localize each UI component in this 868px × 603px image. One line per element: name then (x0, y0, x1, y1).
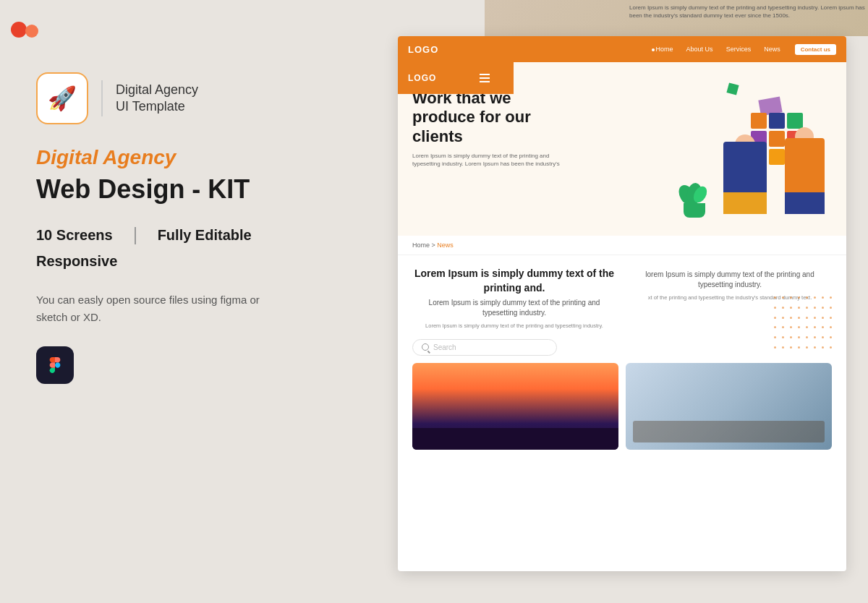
dot-item (790, 296, 792, 299)
nav-home[interactable]: Home (652, 46, 673, 53)
logo-section: 🚀 Digital Agency UI Template (36, 72, 304, 124)
plant-pot (684, 203, 705, 218)
dot-item (782, 346, 784, 348)
dot-item (782, 296, 784, 299)
nav-links: Home About Us Services News (652, 46, 780, 53)
brand-title: Digital Agency (36, 146, 304, 169)
nav-about[interactable]: About Us (686, 46, 713, 53)
box-8 (769, 149, 785, 165)
figma-logo-svg (45, 355, 65, 375)
dot-item (814, 307, 816, 309)
circle-red (11, 22, 27, 38)
news-grid: Lorem Ipsum is simply dummy text of the … (412, 267, 832, 330)
news-title-1: Lorem Ipsum is simply dummy text of the … (412, 267, 616, 295)
dot-item (790, 317, 792, 319)
description-text: You can easly open source files using fi… (36, 291, 268, 326)
dot-item (806, 317, 808, 319)
dot-item (790, 336, 792, 338)
search-icon (422, 343, 429, 351)
dot-item (814, 296, 816, 299)
images-grid (412, 363, 832, 450)
news-item-1: Lorem Ipsum is simply dummy text of the … (412, 267, 616, 330)
news-section: Lorem Ipsum is simply dummy text of the … (398, 255, 846, 461)
shape-green (726, 82, 739, 95)
dot-item (782, 317, 784, 319)
circle-orange (25, 25, 38, 38)
box-2 (769, 113, 785, 129)
dot-item (790, 307, 792, 309)
editable-feature: Fully Editable (158, 227, 252, 244)
dot-item (774, 346, 776, 348)
feature-divider (135, 227, 136, 244)
dot-item (822, 336, 824, 338)
dot-item (798, 307, 800, 309)
hero-body-text: Lorem Ipsum is simply dummy text of the … (412, 152, 571, 168)
hero-heading: Work that we produce for our clients (412, 89, 571, 146)
site-navbar: LOGO Home About Us Services News Contact… (398, 36, 846, 62)
dot-item (830, 326, 832, 328)
logo-text-block: Digital Agency UI Template (116, 82, 198, 114)
mobile-logo: LOGO (408, 73, 436, 83)
sunset-silhouette (412, 428, 618, 450)
dot-item (822, 296, 824, 299)
news-body-1: Lorem Ipsum is simply dummy text of the … (412, 322, 616, 330)
nav-dot (652, 48, 655, 51)
person-1-illustration (723, 134, 767, 214)
dot-item (782, 307, 784, 309)
dot-item (822, 307, 824, 309)
dot-item (806, 336, 808, 338)
left-panel: 🚀 Digital Agency UI Template Digital Age… (0, 0, 340, 603)
dot-item (798, 346, 800, 348)
dot-item (814, 346, 816, 348)
office-table (633, 421, 825, 442)
dot-item (830, 346, 832, 348)
search-bar[interactable]: Search (412, 339, 557, 356)
box-1 (751, 113, 767, 129)
breadcrumb-home[interactable]: Home (412, 241, 430, 249)
right-panel: LOGO Home About Us Services News Contact… (340, 0, 868, 603)
hamburger-line-1 (480, 74, 490, 75)
hamburger-line-2 (480, 77, 490, 79)
news-subtitle-1: Lorem Ipsum is simply dummy text of the … (412, 298, 616, 318)
hamburger-line-3 (480, 81, 490, 82)
dot-item (822, 317, 824, 319)
logo-divider (101, 80, 103, 116)
person-legs-2 (785, 192, 825, 214)
person-body-1 (723, 142, 767, 192)
nav-news[interactable]: News (764, 46, 780, 53)
dot-item (774, 336, 776, 338)
mobile-nav: LOGO (398, 62, 514, 94)
person-body-2 (785, 138, 825, 192)
dot-item (830, 307, 832, 309)
screens-feature: 10 Screens (36, 227, 113, 244)
dot-item (814, 336, 816, 338)
nav-services[interactable]: Services (726, 46, 752, 53)
dot-item (806, 307, 808, 309)
rocket-emoji: 🚀 (48, 85, 77, 112)
website-preview: LOGO Home About Us Services News Contact… (398, 36, 846, 571)
decorative-circles (11, 22, 43, 38)
person-2-illustration (785, 127, 825, 214)
breadcrumb: Home > News (398, 236, 846, 255)
dot-item (798, 317, 800, 319)
search-placeholder: Search (433, 343, 456, 351)
hamburger-menu[interactable] (480, 74, 490, 82)
site-logo: LOGO (408, 44, 438, 55)
search-handle (427, 350, 430, 353)
figma-icon[interactable] (36, 346, 74, 384)
dot-item (822, 346, 824, 348)
dot-pattern: document.addEventListener('DOMContentLoa… (774, 296, 832, 354)
dot-item (830, 336, 832, 338)
box-5 (769, 131, 785, 147)
dot-item (790, 346, 792, 348)
contact-button[interactable]: Contact us (795, 44, 836, 55)
image-office (626, 363, 832, 450)
dot-item (774, 326, 776, 328)
responsive-feature: Responsive (36, 253, 304, 270)
dot-item (798, 326, 800, 328)
features-row: 10 Screens Fully Editable (36, 227, 304, 244)
dot-item (798, 336, 800, 338)
logo-subtitle: UI Template (116, 99, 198, 114)
office-background (626, 363, 832, 450)
dot-item (814, 326, 816, 328)
